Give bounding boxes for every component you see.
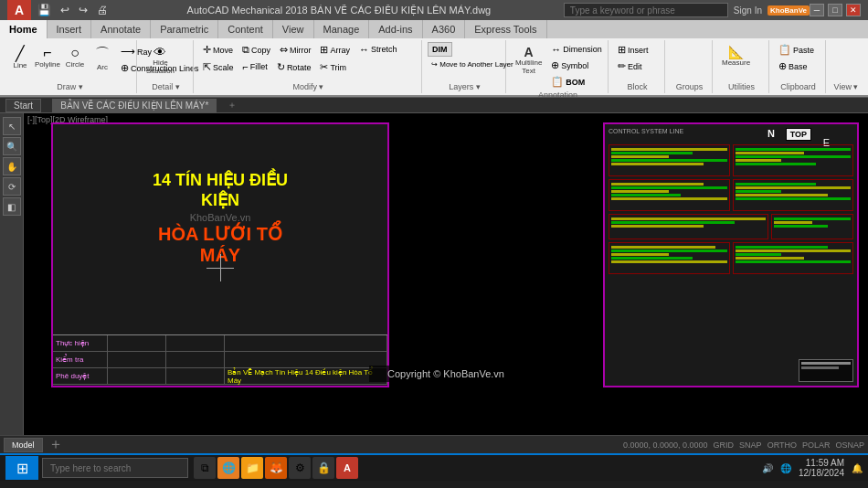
right-drawing-viewport[interactable]: N TOP E CONTROL SYSTEM LINE — [603, 122, 859, 387]
close-button[interactable]: ✕ — [846, 4, 861, 16]
multiline-text-button[interactable]: A MultilineText — [512, 42, 545, 90]
title-bar: A 💾 ↩ ↪ 🖨 AutoCAD Mechanical 2018 BẢN VẼ… — [0, 0, 868, 20]
new-tab-button[interactable]: ＋ — [228, 99, 237, 111]
task-view-button[interactable]: ⧉ — [194, 457, 216, 479]
window-controls: ─ □ ✕ — [810, 4, 861, 16]
tab-addins[interactable]: Add-ins — [369, 20, 422, 38]
tab-insert[interactable]: Insert — [48, 20, 92, 38]
edit-block-button[interactable]: ✏Edit — [614, 58, 646, 74]
thuchien-label: Thực hiện — [53, 335, 108, 351]
osnap-toggle[interactable]: OSNAP — [835, 440, 864, 450]
autocad-logo[interactable]: A — [7, 0, 31, 20]
tab-parametric[interactable]: Parametric — [151, 20, 218, 38]
circuit-row-3 — [609, 214, 853, 239]
crosshair — [206, 254, 234, 281]
taskbar-search-input[interactable] — [42, 458, 188, 478]
block-group-label: Block — [614, 82, 661, 91]
grid-toggle[interactable]: GRID — [714, 440, 735, 450]
paste-button[interactable]: 📋Paste — [775, 42, 818, 58]
insert-block-button[interactable]: ⊞Insert — [614, 42, 652, 58]
tab-annotate[interactable]: Annotate — [91, 20, 151, 38]
snap-toggle[interactable]: SNAP — [739, 440, 762, 450]
polar-toggle[interactable]: POLAR — [802, 440, 831, 450]
view-group: View ▾ — [828, 40, 864, 93]
tab-expresstools[interactable]: Express Tools — [465, 20, 546, 38]
taskbar-icons: ⧉ 🌐 📁 🦊 ⚙ 🔒 A — [194, 457, 358, 479]
start-tab[interactable]: Start — [5, 99, 41, 112]
title-search-input[interactable] — [564, 3, 728, 17]
circuit-block-wide-1 — [609, 214, 768, 239]
rotate-button[interactable]: ↻Rotate — [273, 59, 315, 75]
undo-button[interactable]: ↩ — [58, 3, 72, 17]
autocad-taskbar-icon[interactable]: A — [336, 457, 358, 479]
trim-button[interactable]: ✂Trim — [316, 59, 350, 75]
base-button[interactable]: ⊕Base — [775, 58, 811, 74]
dimension-button[interactable]: ↔Dimension — [547, 42, 606, 57]
scale-button[interactable]: ⇱Scale — [199, 59, 238, 75]
canvas-area[interactable]: [-][Top][2D Wireframe] 14 TÍN HIỆU ĐIỀU … — [24, 113, 868, 435]
line-button[interactable]: ╱ Line — [7, 42, 33, 73]
layers-group: DIM ↪ Move to Another Layer Layers ▾ — [424, 40, 506, 93]
measure-button[interactable]: 📐 Measure — [718, 42, 754, 70]
firefox-icon[interactable]: 🦊 — [265, 457, 287, 479]
minimize-button[interactable]: ─ — [810, 4, 824, 16]
left-toolbar: ↖ 🔍 ✋ ⟳ ◧ — [0, 113, 24, 435]
layers-group-label: Layers ▾ — [428, 82, 502, 91]
annotation-group-label: Annotation — [512, 90, 604, 100]
print-button[interactable]: 🖨 — [94, 3, 111, 17]
security-icon[interactable]: 🔒 — [312, 457, 334, 479]
quick-access-toolbar: 💾 ↩ ↪ 🖨 — [31, 0, 114, 20]
mirror-button[interactable]: ⇔Mirror — [276, 42, 315, 58]
circuit-diagram — [609, 144, 853, 382]
zoom-button[interactable]: 🔍 — [3, 137, 21, 155]
drawing-tab[interactable]: BẢN VẼ CÁC ĐIỀU KIỆN LÊN MÁY* — [52, 99, 217, 112]
circuit-block-7 — [733, 242, 854, 274]
orbit-button[interactable]: ⟳ — [3, 177, 21, 196]
arc-button[interactable]: ⌒ Arc — [90, 42, 115, 75]
signin-button[interactable]: Sign In — [734, 5, 762, 16]
settings-icon[interactable]: ⚙ — [289, 457, 311, 479]
select-button[interactable]: ↖ — [3, 117, 21, 135]
pan-button[interactable]: ✋ — [3, 157, 21, 175]
hide-situation-button[interactable]: 👁 HideSituation — [143, 42, 178, 79]
ortho-toggle[interactable]: ORTHO — [767, 440, 797, 450]
tab-content[interactable]: Content — [218, 20, 273, 38]
drawing-title-line1: 14 TÍN HIỆU ĐIỀU KIỆN — [137, 170, 304, 210]
draw-group-label: Draw ▾ — [7, 82, 132, 91]
bom-button[interactable]: 📋BOM — [547, 74, 606, 90]
ribbon-content: ╱ Line ⌐ Polyline ○ Circle ⌒ Arc ⟶Ray — [0, 38, 868, 95]
layer-btn[interactable]: ◧ — [3, 197, 21, 216]
tab-view[interactable]: View — [273, 20, 314, 38]
circuit-block-6 — [609, 242, 730, 274]
window-title: AutoCAD Mechanical 2018 BẢN VẼ CÁC ĐIỀU … — [114, 5, 564, 16]
polyline-button[interactable]: ⌐ Polyline — [35, 42, 60, 72]
tab-a360[interactable]: A360 — [423, 20, 466, 38]
model-tab[interactable]: Model — [4, 438, 43, 452]
tab-manage[interactable]: Manage — [314, 20, 370, 38]
redo-button[interactable]: ↪ — [76, 3, 90, 17]
dim-button[interactable]: DIM — [428, 42, 452, 57]
copy-button[interactable]: ⧉Copy — [238, 42, 274, 58]
pheduyet-value — [108, 368, 166, 384]
chrome-icon[interactable]: 🌐 — [217, 457, 239, 479]
circuit-block-1 — [609, 144, 730, 176]
layout-tabs: Model ＋ 0.0000, 0.0000, 0.0000 GRID SNAP… — [0, 435, 868, 453]
move-to-layer-button[interactable]: ↪ Move to Another Layer — [428, 58, 517, 70]
save-button[interactable]: 💾 — [35, 3, 54, 17]
coords-display: 0.0000, 0.0000, 0.0000 — [623, 440, 708, 450]
array-button[interactable]: ⊞Array — [316, 42, 354, 58]
explorer-icon[interactable]: 📁 — [241, 457, 263, 479]
compass-top: TOP — [786, 128, 811, 141]
tab-home[interactable]: Home — [0, 20, 48, 38]
move-button[interactable]: ✛Move — [199, 42, 237, 58]
symbol-button[interactable]: ⊕Symbol — [547, 58, 606, 73]
start-button[interactable]: ⊞ — [5, 456, 38, 480]
circle-button[interactable]: ○ Circle — [62, 42, 88, 72]
main-drawing-viewport[interactable]: 14 TÍN HIỆU ĐIỀU KIỆN KhoBanVe.vn HÒA LƯ… — [51, 122, 389, 387]
maximize-button[interactable]: □ — [828, 4, 842, 16]
fillet-button[interactable]: ⌐Fillet — [238, 59, 270, 74]
stretch-button[interactable]: ↔Stretch — [355, 42, 401, 57]
notifications-button[interactable]: 🔔 — [852, 463, 863, 473]
block-group: ⊞Insert ✏Edit Block — [610, 40, 665, 93]
new-layout-button[interactable]: ＋ — [45, 435, 67, 454]
